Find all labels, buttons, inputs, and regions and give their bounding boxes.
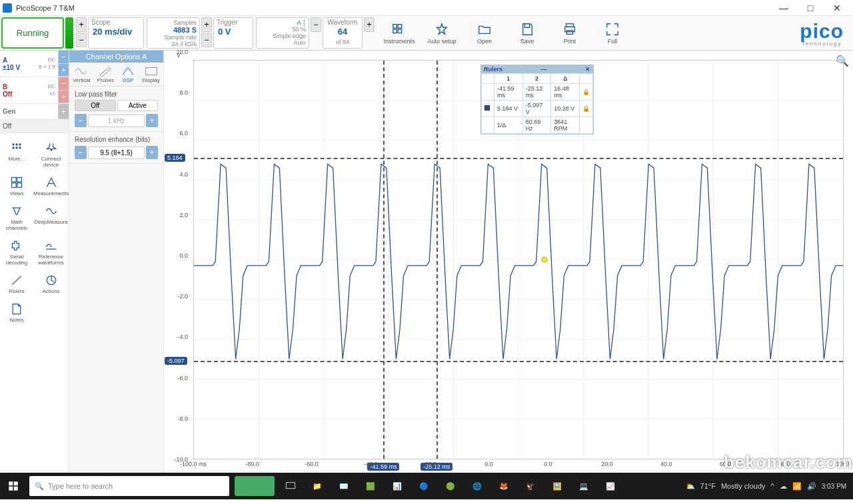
res-value[interactable]: 9.5 (8+1.5) (88, 146, 145, 159)
scope-value[interactable]: 20 ms/div (89, 27, 143, 39)
search-placeholder: Type here to search (48, 482, 113, 490)
channel-b-minus[interactable]: − (59, 77, 69, 91)
autosetup-button[interactable]: Auto setup (424, 22, 460, 45)
app-7[interactable]: 🌐 (464, 473, 490, 499)
svg-rect-1 (398, 24, 402, 28)
rulers-panel[interactable]: Rulers — ✕ 12Δ -41.59 ms-25.12 ms16.48 m… (480, 65, 594, 134)
svg-rect-41 (9, 487, 13, 491)
probes-option[interactable]: Probes (97, 65, 114, 83)
lpf-off-button[interactable]: Off (75, 100, 116, 111)
v-cursor-2[interactable] (436, 61, 438, 459)
display-option[interactable]: Display (143, 65, 160, 83)
tray-net-icon[interactable]: 📶 (792, 482, 802, 491)
res-decr[interactable]: − (75, 146, 87, 159)
dsp-option[interactable]: DSP (121, 65, 135, 83)
trigger-auto: Auto (293, 39, 306, 46)
resolution-title: Resolution enhance (bits) (75, 136, 158, 143)
actions-tool[interactable]: Actions (33, 271, 69, 297)
taskbar-clock[interactable]: 3:03 PM (822, 483, 846, 490)
vertical-option[interactable]: Vertical (73, 65, 90, 83)
start-button[interactable] (0, 473, 27, 499)
trigger-down-button[interactable]: − (201, 33, 212, 47)
rulers-min[interactable]: — (541, 66, 547, 73)
maximize-button[interactable]: □ (797, 0, 824, 16)
app-9[interactable]: 🦅 (517, 473, 544, 499)
trigger-pct: 50 % (292, 26, 306, 33)
samples-value[interactable]: 4883 S (173, 26, 197, 34)
samplerate-value: 24.4 kS/s (171, 41, 197, 47)
v-cursor-1[interactable] (383, 61, 385, 459)
app-1[interactable]: 📁 (304, 473, 331, 499)
app-4[interactable]: 📊 (384, 473, 411, 499)
app-5[interactable]: 🔵 (411, 473, 437, 499)
waveform-value[interactable]: 64 (334, 27, 351, 39)
deepmeasure-tool[interactable]: DeepMeasure (33, 202, 69, 234)
lpf-decr[interactable]: − (75, 114, 87, 127)
app-3[interactable]: 🟩 (357, 473, 384, 499)
taskbar-search[interactable]: 🔍 Type here to search (29, 476, 229, 496)
app-6[interactable]: 🟢 (437, 473, 464, 499)
svg-rect-4 (566, 23, 574, 27)
generator-off: Off (0, 120, 69, 133)
tray-vol-icon[interactable]: 🔊 (807, 482, 816, 491)
minimize-button[interactable]: — (770, 0, 797, 16)
app-icon (3, 3, 12, 13)
brand-logo: pico Technology (800, 16, 844, 50)
serial-decoding-tool[interactable]: Serial decoding (0, 236, 33, 268)
fullscreen-button[interactable]: Full (594, 22, 630, 45)
waveform-of: of 84 (336, 39, 349, 45)
zoom-icon[interactable]: 🔍 (836, 55, 849, 67)
channel-b-panel[interactable]: BDC Offx1 −+ (0, 77, 69, 104)
connect-device-tool[interactable]: Connect device (33, 138, 69, 170)
h-cursor-2[interactable] (194, 361, 843, 362)
lpf-incr[interactable]: + (146, 114, 158, 127)
measurements-tool[interactable]: Measurements (33, 173, 69, 199)
gen-toggle[interactable]: + (59, 104, 69, 119)
open-button[interactable]: Open (466, 22, 502, 45)
waveform-label: Waveform (325, 18, 360, 27)
weather-icon[interactable]: ⛅ (686, 482, 695, 491)
svg-point-13 (51, 150, 52, 151)
generator-panel[interactable]: Gen + (0, 104, 69, 120)
weather-temp: 71°F (700, 482, 716, 490)
news-widget[interactable] (235, 476, 275, 496)
app-11[interactable]: 💻 (570, 473, 597, 499)
app-8[interactable]: 🦊 (490, 473, 517, 499)
tray-cloud-icon[interactable]: ☁ (780, 482, 787, 491)
views-tool[interactable]: Views (0, 173, 33, 199)
task-view-button[interactable] (277, 473, 304, 499)
math-channels-tool[interactable]: Math channels (0, 202, 33, 234)
run-button[interactable]: Running (1, 17, 64, 49)
save-button[interactable]: Save (509, 22, 545, 45)
notes-tool[interactable]: Notes (0, 300, 33, 326)
app-10[interactable]: 🖼️ (544, 473, 570, 499)
rulers-tool[interactable]: Rulers (0, 271, 33, 297)
h-cursor-1[interactable] (194, 158, 843, 159)
channel-a-minus[interactable]: − (59, 51, 69, 64)
svg-rect-3 (398, 29, 402, 33)
trigger-up-button[interactable]: + (201, 17, 212, 32)
trigger-value[interactable]: 0 V (214, 27, 253, 39)
svg-rect-2 (393, 29, 397, 33)
waveform-next-button[interactable]: + (364, 17, 375, 32)
tray-up-icon[interactable]: ^ (771, 482, 774, 490)
print-button[interactable]: Print (552, 22, 588, 45)
instruments-button[interactable]: Instruments (381, 22, 417, 45)
close-button[interactable]: ✕ (824, 0, 850, 16)
more-tool[interactable]: More... (0, 138, 33, 170)
channel-a-plus[interactable]: + (59, 64, 69, 77)
channel-a-panel[interactable]: ADC ±10 V8 + 1.5 −+ (0, 51, 69, 77)
app-2[interactable]: ✉️ (331, 473, 357, 499)
scope-up-button[interactable]: + (76, 17, 87, 32)
scope-down-button[interactable]: − (76, 33, 87, 47)
plot-area[interactable]: V10.08.06.04.02.00.0-2.0-4.0-6.0-8.0-10.… (164, 51, 853, 473)
reference-waveforms-tool[interactable]: Reference waveforms (33, 236, 69, 268)
waveform-prev-button[interactable]: − (311, 17, 321, 32)
trigger-icon[interactable]: A ⌠ (297, 19, 306, 26)
app-12[interactable]: 📈 (597, 473, 624, 499)
lpf-value[interactable]: 1 kHz (88, 115, 145, 127)
rulers-close[interactable]: ✕ (585, 66, 590, 73)
lpf-active-button[interactable]: Active (117, 100, 159, 111)
channel-b-plus[interactable]: + (59, 91, 69, 104)
res-incr[interactable]: + (146, 146, 158, 159)
